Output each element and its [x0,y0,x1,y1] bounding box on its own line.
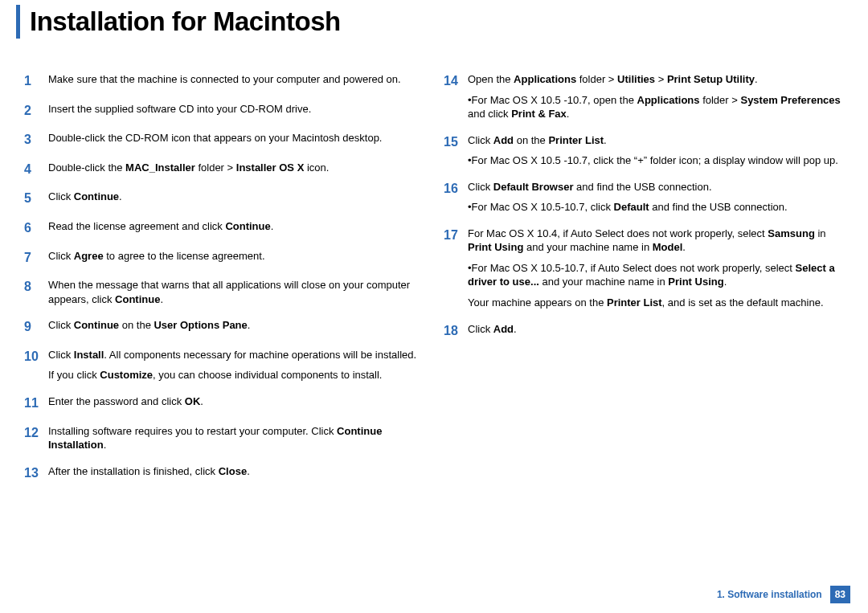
step-10: 10Click Install. All components necessar… [24,348,428,382]
step-number: 14 [444,72,468,90]
footer-page-number: 83 [830,586,850,603]
step-body: Insert the supplied software CD into you… [48,102,428,116]
step-8: 8When the message that warns that all ap… [24,278,428,306]
step-number: 5 [24,190,48,207]
step-16: 16Click Default Browser and find the USB… [444,180,847,215]
step-number: 3 [24,131,48,149]
footer: 1. Software installation 83 [717,586,850,603]
step-text: Make sure that the machine is connected … [48,72,428,87]
step-body: Click Continue. [48,190,428,204]
step-text: For Mac OS X 10.4, if Auto Select does n… [468,227,847,255]
step-number: 7 [24,249,48,267]
step-11: 11Enter the password and click OK. [24,394,428,412]
step-4: 4Double-click the MAC_Installer folder >… [24,161,428,178]
step-3: 3Double-click the CD-ROM icon that appea… [24,131,428,149]
step-number: 2 [24,102,48,120]
content-columns: 1Make sure that the machine is connected… [0,48,868,493]
step-number: 6 [24,219,48,237]
step-text: •For Mac OS X 10.5-10.7, click Default a… [468,200,847,215]
step-text: Read the license agreement and click Con… [48,219,428,234]
step-text: •For Mac OS X 10.5 -10.7, open the Appli… [468,93,847,121]
step-body: Click Continue on the User Options Pane. [48,318,428,333]
step-text: Double-click the MAC_Installer folder > … [48,161,428,175]
step-1: 1Make sure that the machine is connected… [24,72,428,90]
step-text: Click Agree to agree to the license agre… [48,249,428,264]
step-body: Installing software requires you to rest… [48,424,428,452]
step-text: When the message that warns that all app… [48,278,428,306]
step-body: After the installation is finished, clic… [48,464,428,479]
step-body: Make sure that the machine is connected … [48,72,428,87]
step-body: Double-click the MAC_Installer folder > … [48,161,428,175]
step-number: 16 [444,180,468,198]
left-column: 1Make sure that the machine is connected… [24,72,428,493]
step-body: For Mac OS X 10.4, if Auto Select does n… [468,227,847,310]
step-number: 10 [24,348,48,366]
step-body: Read the license agreement and click Con… [48,219,428,234]
step-body: Open the Applications folder > Utilities… [468,72,847,121]
step-text: Click Default Browser and find the USB c… [468,180,847,194]
step-body: Enter the password and click OK. [48,394,428,409]
title-bar: Installation for Macintosh [0,0,868,48]
step-number: 12 [24,424,48,442]
title-accent [16,5,20,39]
step-body: Double-click the CD-ROM icon that appear… [48,131,428,145]
step-number: 4 [24,161,48,178]
step-text: •For Mac OS X 10.5 -10.7, click the “+” … [468,153,847,168]
step-text: Click Continue. [48,190,428,204]
step-7: 7Click Agree to agree to the license agr… [24,249,428,267]
step-text: Click Continue on the User Options Pane. [48,318,428,333]
step-5: 5Click Continue. [24,190,428,207]
step-12: 12Installing software requires you to re… [24,424,428,452]
step-13: 13After the installation is finished, cl… [24,464,428,482]
page-title: Installation for Macintosh [30,6,341,37]
step-9: 9Click Continue on the User Options Pane… [24,318,428,336]
step-number: 15 [444,133,468,151]
step-number: 11 [24,394,48,412]
step-text: If you click Customize, you can choose i… [48,368,428,382]
step-text: Click Install. All components necessary … [48,348,428,362]
footer-chapter: 1. Software installation [717,589,822,600]
step-number: 1 [24,72,48,90]
step-text: Insert the supplied software CD into you… [48,102,428,116]
step-body: Click Install. All components necessary … [48,348,428,382]
step-2: 2Insert the supplied software CD into yo… [24,102,428,120]
step-text: Installing software requires you to rest… [48,424,428,452]
step-text: Your machine appears on the Printer List… [468,296,847,310]
step-17: 17For Mac OS X 10.4, if Auto Select does… [444,227,847,310]
step-14: 14Open the Applications folder > Utiliti… [444,72,847,121]
step-text: Click Add on the Printer List. [468,133,847,148]
step-6: 6Read the license agreement and click Co… [24,219,428,237]
step-number: 18 [444,322,468,340]
step-body: Click Agree to agree to the license agre… [48,249,428,264]
step-body: Click Add on the Printer List.•For Mac O… [468,133,847,168]
step-number: 8 [24,278,48,296]
step-text: Double-click the CD-ROM icon that appear… [48,131,428,145]
step-text: Enter the password and click OK. [48,394,428,409]
step-text: Open the Applications folder > Utilities… [468,72,847,87]
step-body: When the message that warns that all app… [48,278,428,306]
step-text: Click Add. [468,322,847,337]
step-number: 9 [24,318,48,336]
step-15: 15Click Add on the Printer List.•For Mac… [444,133,847,168]
step-number: 17 [444,227,468,244]
step-body: Click Add. [468,322,847,337]
step-text: After the installation is finished, clic… [48,464,428,479]
right-column: 14Open the Applications folder > Utiliti… [444,72,847,493]
step-18: 18Click Add. [444,322,847,340]
step-number: 13 [24,464,48,482]
step-text: •For Mac OS X 10.5-10.7, if Auto Select … [468,261,847,289]
step-body: Click Default Browser and find the USB c… [468,180,847,215]
